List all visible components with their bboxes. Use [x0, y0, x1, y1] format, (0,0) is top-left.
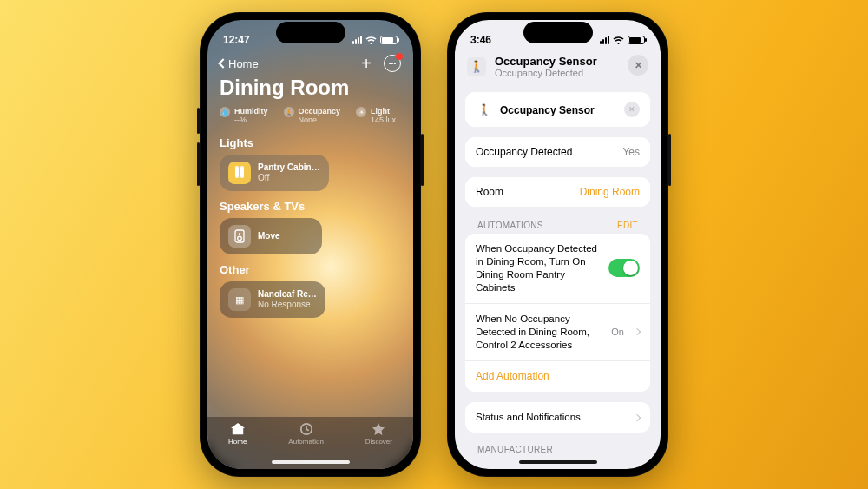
- section-lights: Lights Pantry Cabin… Off: [207, 133, 413, 196]
- automation-toggle[interactable]: [608, 259, 640, 277]
- section-speakers: Speakers & TVs Move: [207, 196, 413, 260]
- tile-move-speaker[interactable]: Move: [220, 218, 322, 254]
- metric-light[interactable]: ☀ Light145 lux: [356, 107, 396, 124]
- status-notifications-row[interactable]: Status and Notifications: [465, 402, 650, 433]
- home-indicator[interactable]: [519, 460, 597, 464]
- detected-value: Yes: [622, 146, 640, 158]
- more-button[interactable]: [384, 55, 401, 72]
- svg-point-4: [238, 236, 242, 241]
- device-icon: ▦: [228, 288, 251, 311]
- home-indicator[interactable]: [272, 460, 350, 464]
- edit-automations-button[interactable]: EDIT: [617, 221, 638, 230]
- tab-automation[interactable]: Automation: [288, 422, 323, 446]
- wifi-icon: [613, 36, 624, 44]
- svg-rect-1: [240, 166, 244, 178]
- dynamic-island: [276, 22, 345, 43]
- metric-occupancy[interactable]: 🚶 OccupancyNone: [284, 107, 341, 124]
- tile-pantry-cabinets[interactable]: Pantry Cabin… Off: [220, 155, 329, 191]
- cellular-icon: [352, 36, 362, 44]
- section-heading: Other: [220, 263, 401, 276]
- detected-label: Occupancy Detected: [476, 146, 572, 158]
- room-value: Dining Room: [580, 186, 640, 198]
- screen-sensor-settings: 3:46 🚶 Occupancy Sensor Occupancy Detect…: [455, 20, 661, 469]
- sheet-subtitle: Occupancy Detected: [495, 68, 597, 78]
- status-notifications-label: Status and Notifications: [476, 411, 626, 424]
- tab-discover[interactable]: Discover: [365, 422, 392, 446]
- discover-icon: [371, 422, 386, 436]
- tile-name: Pantry Cabin…: [258, 162, 320, 174]
- sheet-header: 🚶 Occupancy Sensor Occupancy Detected: [455, 51, 661, 87]
- add-automation-row[interactable]: Add Automation: [465, 360, 650, 393]
- room-row[interactable]: Room Dining Room: [465, 177, 650, 207]
- tab-home[interactable]: Home: [228, 422, 247, 446]
- section-heading: Speakers & TVs: [220, 200, 401, 213]
- tile-status: No Response: [258, 300, 311, 309]
- occupancy-icon: 🚶: [467, 57, 486, 76]
- automation-row[interactable]: When Occupancy Detected in Dining Room, …: [465, 234, 650, 303]
- section-heading: Lights: [220, 136, 401, 149]
- metrics-row: 💧 Humidity--% 🚶 OccupancyNone ☀ Light145…: [207, 107, 413, 133]
- occupancy-icon: 🚶: [476, 101, 493, 118]
- cellular-icon: [600, 36, 609, 44]
- battery-icon: [380, 36, 398, 44]
- svg-point-3: [239, 233, 240, 235]
- automations-section-header: AUTOMATIONS EDIT: [465, 217, 650, 234]
- automations-heading: AUTOMATIONS: [477, 221, 543, 230]
- stage: 12:47 Home + Dining Room: [0, 0, 868, 489]
- section-other: Other ▦ Nanoleaf Re… No Response: [207, 260, 413, 323]
- sheet-title: Occupancy Sensor: [495, 55, 597, 68]
- automation-text: When No Occupancy Detected in Dining Roo…: [476, 313, 602, 352]
- phone-left: 12:47 Home + Dining Room: [200, 12, 421, 477]
- status-time: 12:47: [223, 34, 250, 46]
- lightbulb-icon: [228, 162, 251, 184]
- notification-badge: [396, 53, 403, 60]
- dynamic-island: [523, 22, 593, 43]
- automations-list: When Occupancy Detected in Dining Room, …: [465, 234, 650, 392]
- sheet-body[interactable]: 🚶Occupancy Sensor Occupancy Detected Yes…: [455, 87, 661, 469]
- room-label: Room: [476, 186, 503, 198]
- automation-value: On: [611, 326, 624, 338]
- sensor-name: Occupancy Sensor: [500, 104, 595, 116]
- detected-row: Occupancy Detected Yes: [465, 137, 650, 167]
- status-time: 3:46: [470, 34, 491, 46]
- chevron-right-icon: [634, 328, 641, 335]
- add-button[interactable]: +: [361, 55, 372, 72]
- back-button[interactable]: Home: [220, 57, 259, 70]
- chevron-right-icon: [634, 413, 641, 420]
- tile-name: Nanoleaf Re…: [258, 289, 317, 301]
- automation-text: When Occupancy Detected in Dining Room, …: [476, 242, 600, 294]
- clear-name-button[interactable]: [624, 102, 640, 117]
- home-icon: [230, 422, 246, 436]
- add-automation-label: Add Automation: [476, 370, 549, 384]
- tile-nanoleaf[interactable]: ▦ Nanoleaf Re… No Response: [220, 281, 326, 318]
- chevron-left-icon: [218, 58, 227, 68]
- automation-row[interactable]: When No Occupancy Detected in Dining Roo…: [465, 303, 650, 360]
- nav-bar: Home +: [207, 51, 413, 74]
- occupancy-icon: 🚶: [284, 107, 294, 117]
- svg-rect-0: [235, 166, 239, 178]
- wifi-icon: [365, 36, 377, 44]
- page-title: Dining Room: [207, 74, 413, 107]
- sensor-name-row[interactable]: 🚶Occupancy Sensor: [465, 92, 650, 127]
- manufacturer-heading: MANUFACTURER: [465, 443, 650, 454]
- tile-name: Move: [258, 231, 280, 242]
- phone-right: 3:46 🚶 Occupancy Sensor Occupancy Detect…: [447, 12, 668, 477]
- back-label: Home: [228, 57, 259, 70]
- battery-icon: [628, 36, 645, 44]
- status-notifications-list: Status and Notifications: [465, 402, 650, 433]
- speaker-icon: [228, 225, 251, 248]
- close-button[interactable]: [628, 55, 648, 76]
- screen-home-app: 12:47 Home + Dining Room: [207, 20, 413, 469]
- metric-humidity[interactable]: 💧 Humidity--%: [220, 107, 268, 124]
- light-icon: ☀: [356, 107, 366, 117]
- automation-icon: [299, 422, 314, 436]
- tile-status: Off: [258, 173, 269, 182]
- humidity-icon: 💧: [220, 107, 230, 117]
